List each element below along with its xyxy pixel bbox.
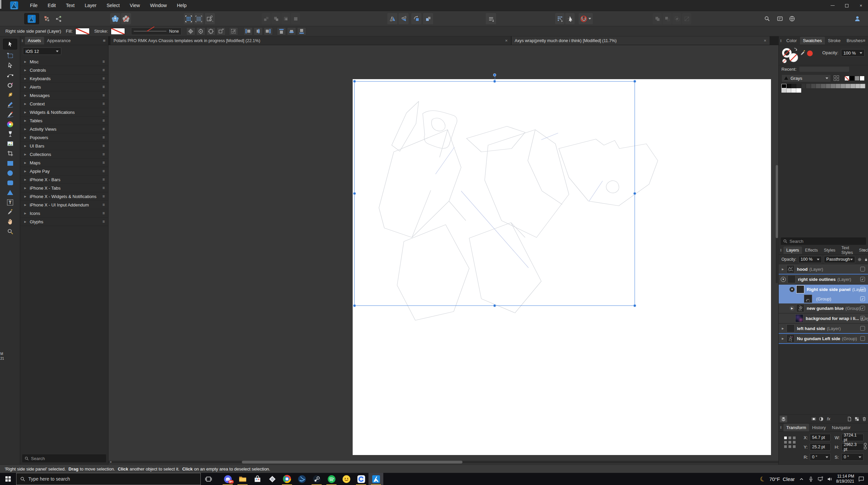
close-tab-icon[interactable]: × bbox=[505, 38, 507, 43]
align-middle-vertical-icon[interactable] bbox=[287, 27, 296, 35]
gray-swatch[interactable] bbox=[796, 88, 801, 93]
minimize-button[interactable] bbox=[826, 0, 840, 11]
layer-visibility-checkbox[interactable] bbox=[860, 336, 865, 341]
y-field[interactable]: 25.2 pt bbox=[810, 443, 831, 451]
document-tab-1[interactable]: Polaris PRO RMK Axys Chassis templates w… bbox=[111, 36, 511, 45]
close-button[interactable]: × bbox=[854, 0, 868, 11]
layer-visibility-checkbox[interactable] bbox=[860, 326, 865, 331]
layer-visibility-checkbox[interactable] bbox=[860, 267, 865, 271]
row-menu-icon[interactable]: ≡ bbox=[102, 219, 105, 224]
chevron-right-icon[interactable]: ▶ bbox=[24, 195, 26, 198]
layer-row-right-side-side-panel[interactable]: ▼Right side side panel(Layer)✓ bbox=[779, 284, 868, 294]
resize-handle-bottom-left[interactable] bbox=[353, 304, 356, 307]
asset-category-glyphs[interactable]: ▶Glyphs≡ bbox=[20, 218, 108, 226]
gray-swatch[interactable] bbox=[826, 84, 831, 88]
tray-expand-chevron-icon[interactable] bbox=[799, 476, 804, 482]
gray-swatch[interactable] bbox=[845, 84, 850, 88]
spotify-taskbar-icon[interactable] bbox=[324, 473, 339, 485]
gray-swatch[interactable] bbox=[781, 88, 786, 93]
tab-transform[interactable]: Transform bbox=[783, 424, 809, 431]
resize-handle-middle-left[interactable] bbox=[353, 192, 356, 195]
quick-swatch[interactable] bbox=[849, 76, 855, 81]
triangle-tool[interactable] bbox=[0, 188, 20, 198]
gray-swatch[interactable] bbox=[860, 84, 865, 88]
selection-bounding-box[interactable] bbox=[354, 81, 635, 306]
boolean-subtract-icon[interactable] bbox=[662, 13, 672, 24]
taskbar-search-input[interactable]: Type here to search bbox=[16, 473, 201, 485]
chevron-right-icon[interactable]: ▶ bbox=[24, 77, 26, 80]
tab-layers[interactable]: Layers bbox=[783, 246, 802, 254]
gray-swatch[interactable] bbox=[781, 84, 786, 88]
rotation-handle[interactable] bbox=[493, 73, 496, 77]
asset-category-maps[interactable]: ▶Maps≡ bbox=[20, 159, 108, 167]
gray-swatch[interactable] bbox=[836, 84, 841, 88]
assets-search-input[interactable]: Search bbox=[22, 454, 106, 462]
asset-category-iphone-x-ui-input-addendum[interactable]: ▶iPhone X - UI Input Addendum≡ bbox=[20, 201, 108, 209]
row-menu-icon[interactable]: ≡ bbox=[102, 118, 105, 123]
gray-swatch[interactable] bbox=[850, 84, 856, 88]
palette-dropdown[interactable]: Grays bbox=[781, 74, 831, 82]
eyedropper-icon[interactable] bbox=[800, 50, 806, 56]
row-menu-icon[interactable]: ≡ bbox=[102, 152, 105, 157]
chevron-right-icon[interactable]: ▶ bbox=[24, 111, 26, 114]
layer-effects-icon[interactable]: fx bbox=[825, 416, 832, 422]
transparency-tool[interactable] bbox=[0, 129, 20, 139]
panel-menu-icon[interactable]: ≡ bbox=[863, 38, 865, 43]
panel-grip-icon[interactable]: ‖ bbox=[22, 39, 23, 43]
layer-visibility-checkbox[interactable]: ✓ bbox=[860, 316, 865, 321]
layer-expand-icon[interactable]: ▼ bbox=[789, 287, 795, 292]
layer-expand-icon[interactable]: ▶ bbox=[780, 268, 785, 271]
layer-row-hood[interactable]: ▶hood(Layer) bbox=[779, 264, 868, 274]
tab-swatches[interactable]: Swatches bbox=[800, 37, 825, 44]
panel-grip-icon[interactable]: ‖ bbox=[780, 425, 781, 429]
asset-category-keyboards[interactable]: ▶Keyboards≡ bbox=[20, 74, 108, 83]
row-menu-icon[interactable]: ≡ bbox=[102, 68, 105, 72]
gray-swatch[interactable] bbox=[811, 84, 816, 88]
chevron-right-icon[interactable]: ▶ bbox=[24, 145, 26, 148]
chevron-right-icon[interactable]: ▶ bbox=[24, 161, 26, 164]
network-icon[interactable] bbox=[817, 476, 823, 482]
weather-moon-icon[interactable]: ☾ bbox=[759, 474, 767, 483]
asset-category-ui-bars[interactable]: ▶UI Bars≡ bbox=[20, 142, 108, 150]
layer-row-right-side-outlines[interactable]: ▼right side outlines(Layer)✓ bbox=[779, 274, 868, 284]
menu-item-file[interactable]: File bbox=[26, 1, 42, 9]
show-rotation-center-icon[interactable] bbox=[186, 27, 195, 35]
chevron-right-icon[interactable]: ▶ bbox=[24, 153, 26, 156]
h-field[interactable]: 2962.3 pt bbox=[841, 443, 864, 451]
style-clear-icon[interactable] bbox=[121, 13, 131, 24]
gray-swatch[interactable] bbox=[796, 84, 801, 88]
move-snap-icon[interactable] bbox=[565, 13, 575, 24]
asset-category-alerts[interactable]: ▶Alerts≡ bbox=[20, 83, 108, 91]
new-layer-icon[interactable] bbox=[846, 416, 853, 422]
cycle-selection-box-icon[interactable] bbox=[229, 27, 238, 35]
chevron-right-icon[interactable]: ▶ bbox=[24, 94, 26, 97]
row-menu-icon[interactable]: ≡ bbox=[102, 169, 105, 174]
microsoft-store-taskbar-icon[interactable] bbox=[250, 473, 265, 485]
brush-tool[interactable] bbox=[0, 110, 20, 119]
layer-visibility-checkbox[interactable]: ✓ bbox=[860, 277, 865, 281]
row-menu-icon[interactable]: ≡ bbox=[102, 59, 105, 64]
export-persona-icon[interactable] bbox=[53, 13, 64, 24]
node-tool[interactable] bbox=[0, 61, 20, 70]
asset-category-misc[interactable]: ▶Misc≡ bbox=[20, 58, 108, 66]
chevron-right-icon[interactable]: ▶ bbox=[24, 204, 26, 207]
stroke-width-control[interactable]: None bbox=[131, 28, 182, 35]
tab-navigator[interactable]: Navigator bbox=[829, 424, 854, 431]
select-all-grid-icon[interactable] bbox=[184, 13, 193, 24]
asset-category-tables[interactable]: ▶Tables≡ bbox=[20, 117, 108, 125]
boolean-add-icon[interactable] bbox=[653, 13, 662, 24]
menu-item-select[interactable]: Select bbox=[102, 1, 124, 9]
chevron-right-icon[interactable]: ▶ bbox=[24, 102, 26, 105]
affinity-designer-taskbar-icon[interactable] bbox=[369, 473, 383, 485]
cycle-rotation-center-icon[interactable] bbox=[196, 27, 206, 35]
pen-tool[interactable] bbox=[0, 90, 20, 100]
flip-vertical-icon[interactable] bbox=[399, 13, 409, 24]
chevron-right-icon[interactable]: ▶ bbox=[24, 86, 26, 89]
panel-grip-icon[interactable]: ‖ bbox=[780, 248, 781, 252]
order-arrange-icon[interactable] bbox=[486, 13, 496, 24]
menu-item-view[interactable]: View bbox=[125, 1, 144, 9]
row-menu-icon[interactable]: ≡ bbox=[102, 194, 105, 199]
chevron-right-icon[interactable]: ▶ bbox=[24, 212, 26, 215]
boolean-divide-icon[interactable] bbox=[682, 13, 691, 24]
row-menu-icon[interactable]: ≡ bbox=[102, 127, 105, 131]
